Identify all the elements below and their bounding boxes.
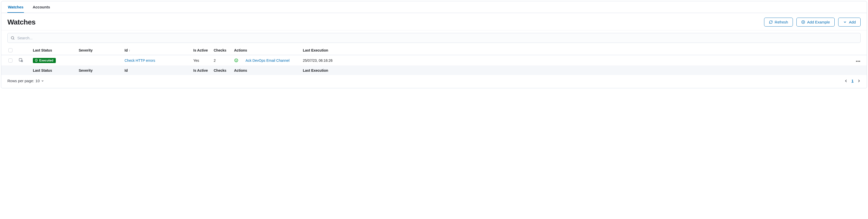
action-link[interactable]: Ack DevOps Email Channel — [246, 58, 289, 62]
svg-point-4 — [35, 59, 38, 62]
foot-id: Id — [123, 66, 191, 75]
smile-icon — [35, 59, 38, 62]
svg-point-6 — [37, 60, 37, 60]
last-execution-cell: 25/07/23, 06:16:26 — [301, 55, 851, 66]
plus-circle-icon — [801, 20, 805, 24]
rows-per-page[interactable]: Rows per page: 10 — [7, 79, 44, 83]
pager: 1 — [844, 79, 861, 83]
page-number[interactable]: 1 — [851, 79, 854, 83]
status-badge: Executed — [33, 58, 56, 63]
status-text: Executed — [39, 59, 54, 62]
chevron-down-icon — [843, 20, 847, 24]
search-input[interactable] — [17, 36, 857, 40]
select-all-checkbox[interactable] — [8, 48, 12, 52]
col-severity[interactable]: Severity — [77, 46, 123, 55]
rows-per-page-label: Rows per page: — [7, 79, 34, 83]
svg-point-7 — [235, 59, 238, 62]
severity-cell — [77, 55, 123, 66]
svg-point-8 — [236, 60, 236, 60]
page-header: Watches Refresh Add Example Add — [1, 13, 867, 30]
svg-point-5 — [36, 60, 36, 60]
col-is-active[interactable]: Is Active — [191, 46, 212, 55]
foot-checks: Checks — [212, 66, 232, 75]
action-status-icon — [234, 58, 238, 62]
foot-last-exec: Last Execution — [301, 66, 851, 75]
page-title: Watches — [7, 18, 35, 26]
header-actions: Refresh Add Example Add — [764, 18, 861, 27]
row-checkbox[interactable] — [8, 58, 12, 62]
sort-asc-icon: ↑ — [129, 49, 130, 52]
add-button[interactable]: Add — [838, 18, 861, 27]
table-row: Executed Check HTTP errors Yes 2 Ack Dev… — [1, 55, 867, 66]
foot-actions: Actions — [232, 66, 301, 75]
refresh-icon — [769, 20, 773, 24]
svg-point-9 — [237, 60, 237, 60]
tab-bar: Watches Accounts — [1, 1, 867, 13]
col-id[interactable]: Id↑ — [123, 46, 191, 55]
add-example-button[interactable]: Add Example — [797, 18, 835, 27]
col-last-status[interactable]: Last Status — [31, 46, 77, 55]
col-checks[interactable]: Checks — [212, 46, 232, 55]
col-last-execution[interactable]: Last Execution — [301, 46, 851, 55]
add-label: Add — [849, 20, 856, 24]
expand-icon[interactable] — [19, 59, 23, 63]
foot-severity: Severity — [77, 66, 123, 75]
svg-point-1 — [11, 36, 14, 39]
col-actions[interactable]: Actions — [232, 46, 301, 55]
checks-cell: 2 — [212, 55, 232, 66]
watch-id-link[interactable]: Check HTTP errors — [125, 58, 155, 62]
chevron-down-icon — [41, 79, 44, 82]
add-example-label: Add Example — [807, 20, 830, 24]
svg-rect-2 — [19, 58, 22, 61]
watches-table: Last Status Severity Id↑ Is Active Check… — [1, 46, 867, 75]
foot-is-active: Is Active — [191, 66, 212, 75]
svg-rect-10 — [856, 61, 857, 62]
svg-rect-12 — [859, 61, 860, 62]
refresh-button[interactable]: Refresh — [764, 18, 793, 27]
table-footer: Rows per page: 10 1 — [1, 75, 867, 84]
next-page-button[interactable] — [857, 79, 861, 83]
search-icon — [11, 36, 15, 40]
prev-page-button[interactable] — [844, 79, 848, 83]
tab-watches[interactable]: Watches — [7, 1, 24, 13]
tab-accounts[interactable]: Accounts — [32, 1, 51, 13]
is-active-cell: Yes — [191, 55, 212, 66]
row-menu-icon[interactable] — [856, 58, 860, 62]
rows-per-page-value: 10 — [35, 79, 40, 83]
foot-last-status: Last Status — [31, 66, 77, 75]
svg-rect-11 — [858, 61, 859, 62]
search-box[interactable] — [7, 33, 861, 43]
refresh-label: Refresh — [775, 20, 788, 24]
col-id-label: Id — [125, 48, 128, 52]
